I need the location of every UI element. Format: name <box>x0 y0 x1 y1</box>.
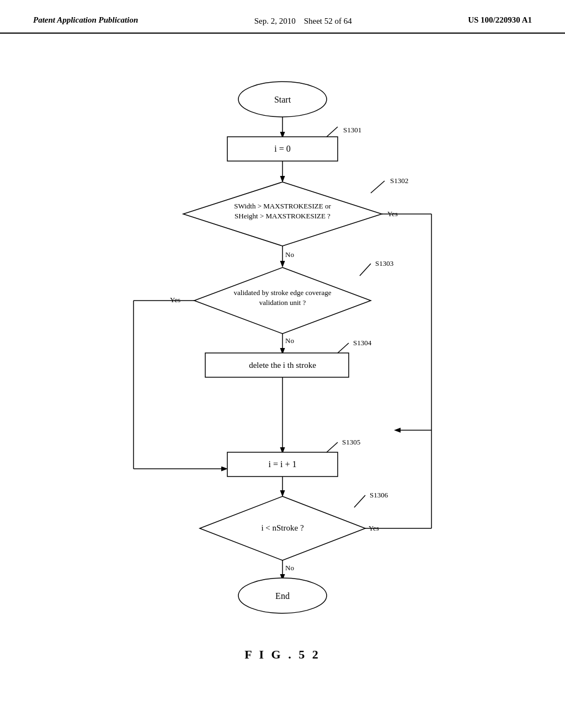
svg-text:i = 0: i = 0 <box>274 144 290 153</box>
figure-caption: F I G . 5 2 <box>244 647 320 662</box>
page: Patent Application Publication Sep. 2, 2… <box>0 0 565 728</box>
svg-line-31 <box>338 343 349 353</box>
header-right: US 100/220930 A1 <box>468 15 532 25</box>
svg-line-4 <box>327 127 338 137</box>
publication-date: Sep. 2, 2010 <box>254 17 296 25</box>
flowchart-svg: Start i = 0 S1301 S1302 SWidth > MAXSTRO… <box>89 72 476 623</box>
sheet-number: Sheet 52 of 64 <box>304 17 352 25</box>
header-center: Sep. 2, 2010 Sheet 52 of 64 <box>254 15 352 27</box>
svg-text:End: End <box>275 591 290 601</box>
svg-text:S1306: S1306 <box>370 491 388 499</box>
svg-text:S1301: S1301 <box>343 126 361 134</box>
svg-text:validated by stroke edge cover: validated by stroke edge coverage <box>234 288 332 297</box>
svg-text:i < nStroke ?: i < nStroke ? <box>261 523 304 532</box>
svg-text:No: No <box>285 336 294 345</box>
svg-text:validation unit ?: validation unit ? <box>259 298 306 307</box>
svg-line-20 <box>360 264 371 276</box>
svg-text:SHeight > MAXSTROKESIZE ?: SHeight > MAXSTROKESIZE ? <box>234 212 331 220</box>
svg-text:S1302: S1302 <box>390 176 408 185</box>
svg-text:S1305: S1305 <box>342 438 360 446</box>
svg-text:No: No <box>285 250 294 259</box>
svg-text:No: No <box>285 564 294 572</box>
svg-text:S1304: S1304 <box>353 339 372 347</box>
svg-line-9 <box>371 181 385 193</box>
header: Patent Application Publication Sep. 2, 2… <box>0 0 565 34</box>
svg-text:Yes: Yes <box>170 296 180 304</box>
svg-line-36 <box>327 442 338 452</box>
svg-text:Start: Start <box>274 95 291 104</box>
header-left: Patent Application Publication <box>33 15 138 25</box>
svg-line-41 <box>354 495 365 507</box>
svg-text:SWidth > MAXSTROKESIZE or: SWidth > MAXSTROKESIZE or <box>234 202 331 210</box>
svg-text:S1303: S1303 <box>375 259 393 267</box>
svg-text:delete the i th stroke: delete the i th stroke <box>249 361 316 370</box>
svg-text:i = i + 1: i = i + 1 <box>269 459 297 469</box>
flowchart: Start i = 0 S1301 S1302 SWidth > MAXSTRO… <box>89 72 476 623</box>
